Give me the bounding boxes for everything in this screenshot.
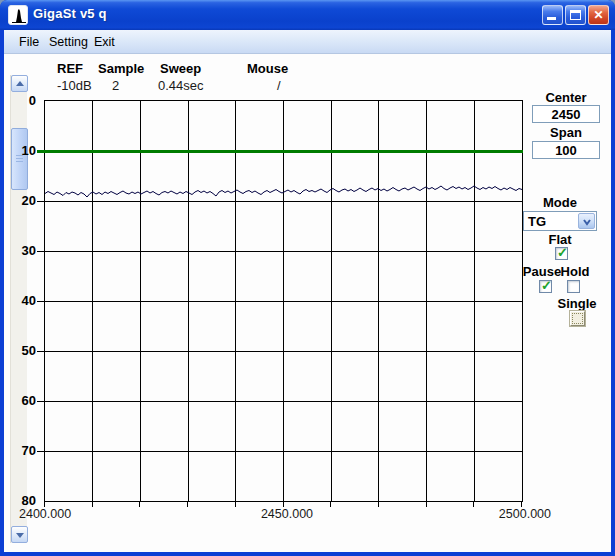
app-window: GigaSt v5 q ✕ File Setting Exit REF Samp… xyxy=(0,0,615,556)
hold-label: Hold xyxy=(560,264,590,279)
reference-level-line xyxy=(37,150,523,153)
y-axis-label: 20 xyxy=(0,193,36,208)
y-axis-tick xyxy=(37,401,45,402)
y-axis-label: 0 xyxy=(0,93,36,108)
ref-header: REF xyxy=(57,61,83,76)
scroll-down-icon xyxy=(16,533,24,538)
single-button[interactable] xyxy=(570,311,585,326)
sample-header: Sample xyxy=(98,61,144,76)
menu-setting[interactable]: Setting xyxy=(49,35,88,49)
x-axis-tick xyxy=(139,502,140,507)
y-axis-label: 60 xyxy=(0,393,36,408)
menu-bar: File Setting Exit xyxy=(4,30,611,54)
x-axis-tick xyxy=(426,502,427,507)
x-axis-tick xyxy=(187,502,188,507)
mouse-value: / xyxy=(277,78,281,93)
title-bar[interactable]: GigaSt v5 q ✕ xyxy=(0,0,615,30)
spectrum-plot[interactable] xyxy=(44,100,523,502)
close-icon: ✕ xyxy=(589,8,608,22)
y-axis-tick xyxy=(37,251,45,252)
mode-label: Mode xyxy=(523,195,597,210)
scrollbar-thumb[interactable] xyxy=(11,128,28,190)
minimize-button[interactable] xyxy=(542,5,563,25)
ref-value: -10dB xyxy=(57,78,92,93)
span-label: Span xyxy=(532,125,600,140)
pause-checkbox[interactable]: ✓ xyxy=(539,280,552,293)
sample-value: 2 xyxy=(112,78,119,93)
sweep-value: 0.44sec xyxy=(158,78,204,93)
y-axis-tick xyxy=(37,451,45,452)
y-axis-tick xyxy=(37,201,45,202)
x-axis-tick xyxy=(330,502,331,507)
scroll-up-button[interactable] xyxy=(11,75,28,92)
minimize-icon xyxy=(547,17,556,20)
scroll-down-button[interactable] xyxy=(11,526,28,543)
chevron-down-icon[interactable] xyxy=(578,213,595,229)
window-title: GigaSt v5 q xyxy=(33,6,107,21)
check-icon: ✓ xyxy=(557,245,568,260)
x-axis-label-start: 2400.000 xyxy=(19,507,71,521)
single-label: Single xyxy=(557,296,597,311)
menu-exit[interactable]: Exit xyxy=(94,35,115,49)
mouse-header: Mouse xyxy=(247,61,288,76)
center-input[interactable] xyxy=(532,105,600,123)
center-label: Center xyxy=(532,90,600,105)
x-axis-label-end: 2500.000 xyxy=(486,507,551,521)
y-axis-label: 50 xyxy=(0,343,36,358)
hold-checkbox[interactable] xyxy=(567,280,580,293)
x-axis-tick xyxy=(235,502,236,507)
y-axis-label: 40 xyxy=(0,293,36,308)
maximize-icon xyxy=(570,10,581,20)
y-axis-label: 80 xyxy=(0,493,36,508)
app-icon xyxy=(8,5,28,25)
x-axis-tick xyxy=(378,502,379,507)
sweep-header: Sweep xyxy=(160,61,201,76)
y-axis-tick xyxy=(37,351,45,352)
y-axis-label: 10 xyxy=(0,143,36,158)
menu-file[interactable]: File xyxy=(19,35,39,49)
y-axis-label: 70 xyxy=(0,443,36,458)
flat-checkbox[interactable]: ✓ xyxy=(555,247,568,260)
mode-dropdown[interactable]: TG xyxy=(523,211,597,231)
pause-label: Pause xyxy=(522,264,562,279)
close-button[interactable]: ✕ xyxy=(588,5,609,25)
span-input[interactable] xyxy=(532,141,600,159)
x-axis-tick xyxy=(92,502,93,507)
check-icon: ✓ xyxy=(541,278,552,293)
y-axis-tick xyxy=(37,301,45,302)
y-axis-label: 30 xyxy=(0,243,36,258)
x-axis-label-center: 2450.000 xyxy=(250,507,324,521)
scroll-up-icon xyxy=(16,81,24,86)
x-axis-tick xyxy=(473,502,474,507)
maximize-button[interactable] xyxy=(565,5,586,25)
mode-selected-value: TG xyxy=(528,214,546,229)
